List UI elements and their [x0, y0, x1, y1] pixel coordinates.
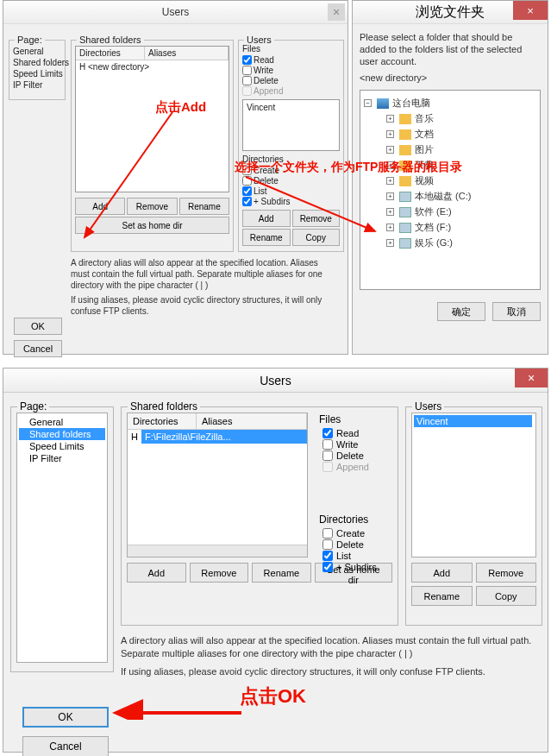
page-general[interactable]: General	[19, 416, 105, 428]
scrollbar[interactable]	[128, 545, 307, 557]
expand-icon[interactable]: +	[386, 177, 394, 185]
tree-item[interactable]: +视频	[364, 174, 536, 187]
dirs-permissions: Directories Create Delete List + Subdirs	[319, 513, 397, 573]
dir-row[interactable]: H <new directory>	[76, 60, 229, 73]
user-rename-button[interactable]: Rename	[242, 229, 291, 246]
create-checkbox[interactable]	[322, 528, 333, 539]
ok-button[interactable]: OK	[22, 707, 109, 728]
collapse-icon[interactable]: −	[364, 99, 372, 107]
add-button[interactable]: Add	[75, 198, 125, 215]
col-aliases[interactable]: Aliases	[197, 413, 307, 429]
user-add-button[interactable]: Add	[242, 210, 291, 227]
expand-icon[interactable]: +	[386, 192, 394, 200]
write-label: Write	[336, 439, 358, 450]
close-icon[interactable]: ×	[328, 3, 345, 21]
remove-button[interactable]: Remove	[127, 198, 177, 215]
users-label: Users	[244, 35, 274, 45]
folder-icon	[399, 129, 411, 140]
page-speed-limits[interactable]: Speed Limits	[19, 440, 105, 452]
tree-item[interactable]: +娱乐 (G:)	[364, 236, 536, 249]
cancel-button[interactable]: Cancel	[22, 736, 109, 756]
expand-icon[interactable]: +	[386, 115, 394, 123]
page-item[interactable]: Shared folders	[13, 57, 61, 68]
rename-button[interactable]: Rename	[179, 198, 229, 215]
read-checkbox[interactable]	[242, 55, 252, 65]
list-checkbox[interactable]	[322, 551, 333, 561]
item-label: 视频	[415, 174, 434, 187]
subdirs-checkbox[interactable]	[322, 562, 333, 572]
write-label: Write	[254, 66, 273, 75]
user-remove-button[interactable]: Remove	[292, 210, 341, 227]
close-icon[interactable]: ×	[513, 1, 548, 20]
ok-button[interactable]: OK	[14, 318, 62, 335]
delete-checkbox[interactable]	[322, 450, 333, 461]
dir-row[interactable]: H F:\Filezilla\FileZilla...	[128, 430, 307, 444]
shared-folders-group: Shared folders Directories Aliases H <ne…	[71, 40, 234, 252]
help-text: A directory alias will also appear at th…	[121, 634, 543, 678]
delete-dir-checkbox[interactable]	[242, 176, 252, 186]
expand-icon[interactable]: +	[386, 239, 394, 247]
user-copy-button[interactable]: Copy	[476, 586, 537, 606]
set-home-button[interactable]: Set as home dir	[75, 217, 229, 234]
tree-item[interactable]: +本地磁盘 (C:)	[364, 190, 536, 203]
tree-item[interactable]: +下载	[364, 159, 536, 172]
user-copy-button[interactable]: Copy	[292, 229, 341, 246]
tree-root[interactable]: −这台电脑	[364, 97, 536, 110]
user-remove-button[interactable]: Remove	[476, 563, 537, 583]
add-button[interactable]: Add	[127, 563, 186, 583]
page-item[interactable]: Speed Limits	[13, 68, 61, 79]
page-item[interactable]: General	[13, 46, 61, 57]
page-list[interactable]: General Shared folders Speed Limits IP F…	[16, 413, 108, 663]
help2: If using aliases, please avoid cyclic di…	[71, 294, 338, 317]
expand-icon[interactable]: +	[386, 224, 394, 231]
delete-checkbox[interactable]	[242, 76, 252, 85]
folder-tree[interactable]: −这台电脑 +音乐 +文档 +图片 +下载 +视频 +本地磁盘 (C:) +软件…	[360, 90, 541, 290]
page-shared-folders[interactable]: Shared folders	[19, 428, 105, 440]
delete-dir-checkbox[interactable]	[322, 539, 333, 550]
subdirs-checkbox[interactable]	[242, 197, 252, 206]
tree-item[interactable]: +文档	[364, 128, 536, 141]
col-aliases[interactable]: Aliases	[145, 47, 229, 60]
close-icon[interactable]: ×	[515, 369, 548, 387]
list-label: List	[254, 186, 267, 196]
user-list[interactable]: Vincent	[411, 413, 536, 558]
expand-icon[interactable]: +	[386, 130, 394, 138]
rename-button[interactable]: Rename	[252, 563, 311, 583]
read-checkbox[interactable]	[322, 428, 333, 438]
col-directories[interactable]: Directories	[128, 413, 197, 429]
page-list[interactable]: General Shared folders Speed Limits IP F…	[13, 46, 61, 91]
expand-icon[interactable]: +	[386, 208, 394, 216]
list-checkbox[interactable]	[242, 186, 252, 196]
page-ip-filter[interactable]: IP Filter	[19, 452, 105, 464]
expand-icon[interactable]: +	[386, 161, 394, 169]
shared-label: Shared folders	[128, 400, 200, 413]
ok-button[interactable]: 确定	[437, 302, 485, 321]
write-checkbox[interactable]	[242, 66, 252, 75]
page-group: Page: General Shared folders Speed Limit…	[9, 40, 66, 100]
create-checkbox[interactable]	[242, 166, 252, 175]
tree-item[interactable]: +图片	[364, 143, 536, 156]
titlebar: Users ×	[3, 1, 348, 24]
user-rename-button[interactable]: Rename	[411, 586, 473, 606]
user-list[interactable]: Vincent	[242, 99, 340, 151]
users-group: Users Vincent Add Remove Rename Copy	[405, 406, 542, 626]
dir-path[interactable]: F:\Filezilla\FileZilla...	[141, 430, 307, 444]
item-label: 文档 (F:)	[415, 221, 451, 234]
cancel-button[interactable]: 取消	[492, 302, 541, 321]
tree-item[interactable]: +文档 (F:)	[364, 221, 536, 234]
tree-item[interactable]: +音乐	[364, 112, 536, 125]
cancel-button[interactable]: Cancel	[14, 340, 62, 357]
write-checkbox[interactable]	[322, 439, 333, 450]
col-directories[interactable]: Directories	[76, 47, 145, 60]
home-indicator: H	[128, 430, 141, 444]
directories-table[interactable]: Directories Aliases H <new directory>	[75, 46, 229, 192]
remove-button[interactable]: Remove	[190, 563, 249, 583]
tree-item[interactable]: +软件 (E:)	[364, 205, 536, 218]
expand-icon[interactable]: +	[386, 146, 394, 154]
user-add-button[interactable]: Add	[411, 563, 473, 583]
user-item[interactable]: Vincent	[414, 415, 532, 427]
title: 浏览文件夹	[416, 3, 485, 22]
directories-table[interactable]: Directories Aliases H F:\Filezilla\FileZ…	[127, 413, 308, 558]
user-item[interactable]: Vincent	[245, 102, 277, 113]
page-item[interactable]: IP Filter	[13, 79, 61, 91]
